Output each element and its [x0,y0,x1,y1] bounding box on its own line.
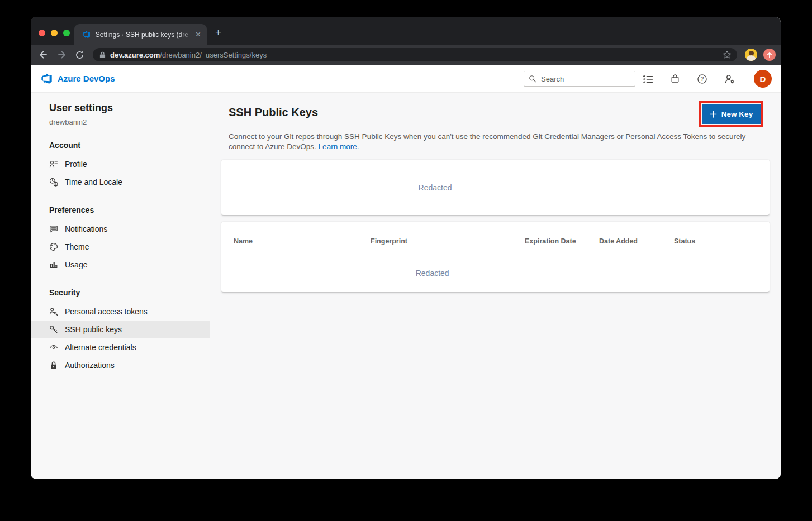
plus-icon [710,111,717,118]
settings-sidebar: User settings drewbanin2 Account Profile… [31,93,210,479]
column-header-expiration-date: Expiration Date [525,237,576,245]
forward-icon[interactable] [53,50,70,60]
zoom-window-button[interactable] [63,30,70,36]
new-key-button[interactable]: New Key [702,104,761,124]
sidebar-item-label: Authorizations [65,361,115,370]
redacted-text: Redacted [221,269,643,278]
chrome-profile-avatar[interactable] [745,49,757,61]
help-glyph: ? [701,76,704,82]
sidebar-username: drewbanin2 [31,118,210,126]
tab-title: Settings · SSH public keys (dre [96,31,194,39]
avatar-body [747,55,756,61]
sidebar-item-label: SSH public keys [65,325,122,334]
content-area: User settings drewbanin2 Account Profile… [31,93,781,479]
lock-icon [99,51,106,59]
azure-devops-home-link[interactable]: Azure DevOps [41,73,115,84]
eye-icon [49,343,58,352]
header-icon-group: ? [643,65,735,93]
learn-more-link[interactable]: Learn more. [319,142,359,151]
page-description: Connect to your Git repos through SSH Pu… [229,132,754,151]
sidebar-section-account: Account [31,140,210,151]
url-path: /drewbanin2/_usersSettings/keys [160,51,267,59]
task-list-icon[interactable] [643,74,653,84]
table-header-row: Name Fingerprint Expiration Date Date Ad… [221,222,770,254]
ssh-info-card: Redacted [221,160,770,215]
browser-toolbar: dev.azure.com/drewbanin2/_usersSettings/… [31,45,781,65]
back-icon[interactable] [35,50,53,60]
time-locale-icon [49,178,58,187]
new-tab-icon[interactable]: + [215,27,221,37]
sidebar-section-preferences: Preferences [31,204,210,216]
search-box[interactable] [524,71,635,87]
browser-tab-active[interactable]: Settings · SSH public keys (dre ✕ [74,24,207,45]
sidebar-item-label: Alternate credentials [65,343,136,352]
sidebar-item-ssh-public-keys[interactable]: SSH public keys [31,321,210,338]
search-input[interactable] [541,75,625,83]
close-window-button[interactable] [39,30,45,36]
azure-devops-favicon [82,30,91,39]
sidebar-item-label: Theme [65,242,89,251]
brand-name: Azure DevOps [58,74,115,83]
sidebar-item-label: Notifications [65,224,107,233]
table-body: Redacted [221,254,770,291]
url-text: dev.azure.com/drewbanin2/_usersSettings/… [110,51,267,59]
search-icon [529,75,536,83]
sidebar-item-personal-access-tokens[interactable]: Personal access tokens [31,303,210,321]
column-header-date-added: Date Added [599,237,638,245]
reload-icon[interactable] [70,50,88,60]
sidebar-item-authorizations[interactable]: Authorizations [31,356,210,374]
browser-window: Settings · SSH public keys (dre ✕ + [31,17,781,479]
screenshot-stage: Settings · SSH public keys (dre ✕ + [0,0,812,521]
theme-icon [49,242,58,251]
usage-icon [49,260,58,269]
chrome-update-icon[interactable] [763,49,776,61]
sidebar-item-profile[interactable]: Profile [31,155,210,173]
azure-devops-header: Azure DevOps [31,65,781,93]
macos-traffic-lights [39,30,70,36]
tab-strip: Settings · SSH public keys (dre ✕ + [31,17,781,45]
url-domain: dev.azure.com [110,51,160,59]
column-header-name: Name [234,237,253,245]
url-bar[interactable]: dev.azure.com/drewbanin2/_usersSettings/… [93,48,737,61]
bookmark-star-icon[interactable] [723,50,732,59]
sidebar-item-usage[interactable]: Usage [31,256,210,274]
lock-shield-icon [49,361,58,370]
new-key-button-label: New Key [721,110,753,118]
column-header-status: Status [674,237,695,245]
sidebar-item-time-and-locale[interactable]: Time and Locale [31,173,210,191]
sidebar-section-security: Security [31,287,210,298]
marketplace-bag-icon[interactable] [670,74,680,84]
redacted-text: Redacted [221,183,649,192]
person-key-icon [49,307,58,316]
azure-devops-logo-icon [41,73,53,84]
description-text: Connect to your Git repos through SSH Pu… [229,132,745,151]
annotation-highlight-box: New Key [699,101,763,127]
minimize-window-button[interactable] [51,30,58,36]
sidebar-item-alternate-credentials[interactable]: Alternate credentials [31,338,210,356]
sidebar-item-label: Usage [65,260,87,269]
column-header-fingerprint: Fingerprint [371,237,407,245]
sidebar-item-theme[interactable]: Theme [31,238,210,256]
user-settings-icon[interactable] [724,74,735,84]
user-avatar[interactable]: D [754,70,772,88]
key-icon [49,325,58,334]
ssh-keys-table-card: Name Fingerprint Expiration Date Date Ad… [221,222,770,292]
sidebar-item-notifications[interactable]: Notifications [31,220,210,238]
sidebar-item-label: Profile [65,160,87,169]
sidebar-item-label: Time and Locale [65,178,122,187]
profile-icon [49,160,58,169]
sidebar-title: User settings [31,101,210,115]
notifications-icon [49,224,58,233]
help-icon[interactable]: ? [697,74,707,84]
page-title: SSH Public Keys [229,106,318,119]
sidebar-item-label: Personal access tokens [65,307,148,316]
tab-close-icon[interactable]: ✕ [195,30,201,39]
main-panel: SSH Public Keys New Key Connect to your … [210,93,781,479]
